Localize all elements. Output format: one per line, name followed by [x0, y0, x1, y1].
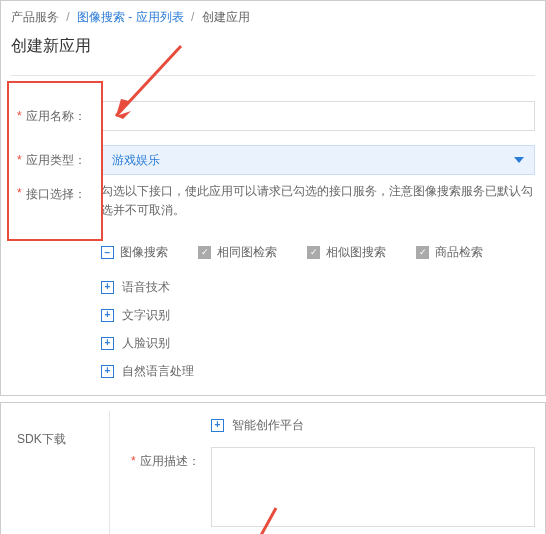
plus-icon	[211, 419, 224, 432]
label-app-type: *应用类型：	[17, 138, 101, 182]
interface-hint: 勾选以下接口，使此应用可以请求已勾选的接口服务，注意图像搜索服务已默认勾选并不可…	[101, 182, 535, 220]
app-name-input[interactable]	[101, 101, 535, 131]
breadcrumb-item-3: 创建应用	[202, 10, 250, 24]
plus-icon	[101, 281, 114, 294]
breadcrumb-item-2[interactable]: 图像搜索 - 应用列表	[77, 10, 184, 24]
app-type-select[interactable]: 游戏娱乐	[101, 145, 535, 175]
label-interface: *接口选择：	[17, 182, 101, 230]
app-type-value: 游戏娱乐	[112, 152, 160, 169]
vertical-divider	[109, 411, 110, 534]
check-product[interactable]: 商品检索	[416, 244, 483, 261]
plus-icon	[101, 365, 114, 378]
tree-face[interactable]: 人脸识别	[101, 329, 535, 357]
minus-icon	[101, 246, 114, 259]
plus-icon	[101, 309, 114, 322]
divider	[11, 75, 535, 76]
check-similar-image[interactable]: 相似图搜索	[307, 244, 386, 261]
tree-nlp[interactable]: 自然语言处理	[101, 357, 535, 385]
breadcrumb-item-1[interactable]: 产品服务	[11, 10, 59, 24]
tree-ocr[interactable]: 文字识别	[101, 301, 535, 329]
check-icon	[416, 246, 429, 259]
check-icon	[307, 246, 320, 259]
check-image-search[interactable]: 图像搜索	[101, 244, 168, 261]
check-icon	[198, 246, 211, 259]
sdk-download-label: SDK下载	[17, 431, 66, 448]
breadcrumb: 产品服务 / 图像搜索 - 应用列表 / 创建应用	[11, 9, 535, 26]
plus-icon	[101, 337, 114, 350]
tree-voice[interactable]: 语音技术	[101, 273, 535, 301]
page-title: 创建新应用	[11, 36, 535, 57]
chevron-down-icon	[514, 157, 524, 163]
check-same-image[interactable]: 相同图检索	[198, 244, 277, 261]
tree-smart-platform[interactable]: 智能创作平台	[211, 411, 535, 439]
label-app-desc: *应用描述：	[131, 447, 211, 470]
breadcrumb-sep: /	[191, 10, 194, 24]
breadcrumb-sep: /	[66, 10, 69, 24]
app-desc-textarea[interactable]	[211, 447, 535, 527]
label-app-name: *应用名称：	[17, 94, 101, 138]
